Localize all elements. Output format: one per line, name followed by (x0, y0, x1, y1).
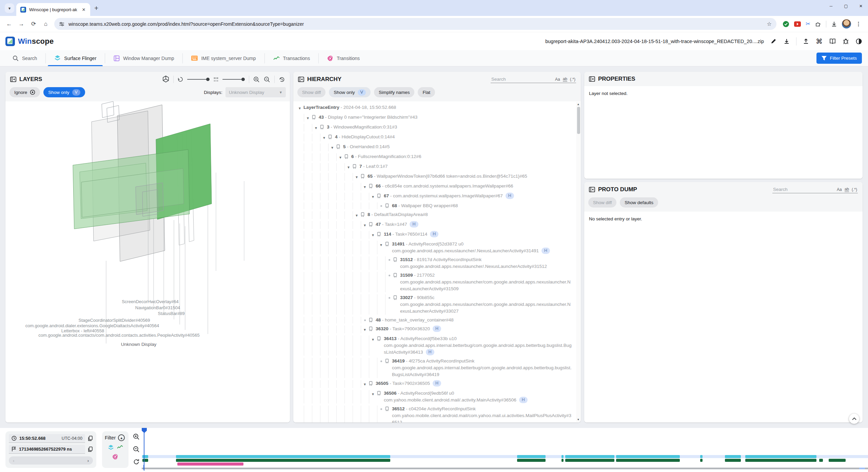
timeline-segment[interactable] (561, 459, 564, 462)
tree-row[interactable]: ▼ 36506 - ActivityRecord{9edb56f u0 com.… (296, 389, 576, 405)
timeline-segment[interactable] (177, 463, 243, 466)
tab-window-manager-dump[interactable]: Window Manager Dump (105, 50, 182, 66)
tree-row[interactable]: ▼ 3 - WindowedMagnification:0:31#3 (296, 123, 576, 133)
layer-rect[interactable] (136, 183, 163, 215)
tree-row[interactable]: ▼ 36419 - 4f275ca ActivityRecordInputSin… (296, 357, 576, 379)
match-word-icon[interactable]: ab (563, 77, 567, 82)
tab-search[interactable]: Search (4, 50, 45, 66)
expand-caret-icon[interactable]: ▼ (361, 380, 369, 388)
extension-scissors-icon[interactable]: ✂ (806, 20, 810, 27)
proto-search-input[interactable] (773, 187, 834, 192)
timeline-scrollbar[interactable] (142, 468, 868, 469)
tab-ime-system-server-dump[interactable]: IME system_server Dump (183, 50, 264, 66)
show-only-chip[interactable]: Show only V (329, 87, 371, 97)
timeline-segment[interactable] (700, 455, 702, 458)
tree-row[interactable]: ▼ 6 - FullscreenMagnification:0:12#6 (296, 152, 576, 162)
tree-row[interactable]: ▼ LayerTraceEntry - 2024-04-18, 15:50:52… (296, 103, 576, 113)
layer-rect[interactable] (102, 101, 114, 118)
expand-caret-icon[interactable]: ▼ (361, 326, 369, 333)
sf-segments-row[interactable] (142, 455, 868, 458)
tab-transitions[interactable]: Transitions (319, 50, 368, 66)
expand-caret-icon[interactable]: ▼ (337, 153, 344, 161)
new-tab-button[interactable]: + (94, 4, 98, 12)
reset-view-icon[interactable] (279, 76, 285, 83)
timeline-segment[interactable] (819, 459, 823, 462)
ignore-chip[interactable]: Ignore (9, 87, 40, 97)
match-case-icon[interactable]: Aa (837, 187, 842, 192)
timeline-segment[interactable] (745, 455, 816, 458)
expand-caret-icon[interactable]: ▼ (353, 211, 360, 219)
timeline-segment[interactable] (700, 459, 702, 462)
timeline-segment[interactable] (517, 459, 546, 462)
3d-view-icon[interactable] (162, 76, 169, 83)
timeline-segment[interactable] (565, 459, 615, 462)
transactions-segments-row[interactable] (142, 459, 868, 462)
download-trace-icon[interactable] (783, 38, 790, 45)
tab-transactions[interactable]: Transactions (265, 50, 319, 66)
edit-file-icon[interactable] (770, 38, 777, 45)
regex-icon[interactable]: (.*) (852, 187, 857, 192)
timeline-reset-zoom-icon[interactable] (133, 458, 140, 465)
timeline-segment[interactable] (565, 455, 615, 458)
transactions-trace-icon[interactable] (117, 445, 123, 451)
dark-mode-icon[interactable] (855, 38, 863, 45)
tree-row[interactable]: ▼ 36505 - Task=7902#36505H (296, 379, 576, 389)
flat-chip[interactable]: Flat (418, 87, 435, 97)
forward-icon[interactable]: → (16, 18, 27, 30)
filter-presets-button[interactable]: Filter Presets (816, 53, 862, 64)
spacing-slider[interactable] (222, 79, 245, 80)
expand-caret-icon[interactable]: ▼ (296, 104, 303, 112)
tree-scroll-thumb[interactable] (577, 107, 580, 134)
profile-avatar[interactable] (842, 19, 851, 28)
expand-caret-icon[interactable]: ▼ (369, 390, 377, 398)
extension-check-icon[interactable] (783, 21, 789, 27)
expand-caret-icon[interactable]: ▼ (369, 231, 377, 239)
expand-caret-icon[interactable]: ▼ (361, 183, 369, 191)
simplify-names-chip[interactable]: Simplify names (374, 87, 415, 97)
window-close-button[interactable]: ✕ (855, 2, 867, 10)
tab-list-chevron-icon[interactable]: ▾ (5, 3, 14, 13)
hierarchy-search[interactable]: Aa ab (.*) (491, 76, 576, 83)
expand-caret-icon[interactable]: ▼ (377, 241, 385, 249)
tree-row[interactable]: ▼ 36320 - Task=7900#36320H (296, 324, 576, 334)
reload-icon[interactable]: ⟳ (28, 18, 39, 30)
transitions-trace-icon[interactable] (112, 454, 118, 460)
tree-row[interactable]: ▼ 47 - Task=1#47H (296, 220, 576, 230)
timeline-segment[interactable] (725, 455, 741, 458)
collapse-filter-icon[interactable]: ▲ (118, 434, 125, 441)
timeline-zoom-in-icon[interactable] (133, 433, 140, 440)
timeline-segment[interactable] (745, 459, 816, 462)
documentation-book-icon[interactable] (829, 38, 836, 45)
tab-surface-flinger[interactable]: Surface Flinger (46, 50, 105, 66)
tree-row[interactable]: ▼ 7 - Leaf:0:1#7 (296, 162, 576, 172)
tree-row[interactable]: ▼ 67 - com.android.systemui.wallpapers.I… (296, 192, 576, 201)
copy-icon[interactable] (88, 436, 93, 441)
browser-tab[interactable]: Winscope | bugreport-ak ✕ (16, 3, 90, 16)
timeline-segment[interactable] (176, 459, 390, 462)
tree-row[interactable]: ▼ 43 - Display 0 name="Integrierter Bild… (296, 113, 576, 123)
expand-caret-icon[interactable]: ▼ (345, 163, 352, 171)
extension-video-icon[interactable] (794, 21, 801, 27)
tree-row[interactable]: ▼ 68 - Wallpaper BBQ wrapper#68 (296, 201, 576, 210)
match-case-icon[interactable]: Aa (555, 77, 560, 82)
zoom-out-icon[interactable] (264, 76, 270, 83)
expand-caret-icon[interactable]: ▼ (361, 221, 369, 229)
tree-row[interactable]: ▼ 66 - c6c854e com.android.systemui.wall… (296, 182, 576, 192)
match-word-icon[interactable]: ab (845, 187, 849, 192)
browser-menu-icon[interactable]: ⋮ (856, 21, 861, 27)
tab-close-icon[interactable]: ✕ (81, 6, 87, 13)
timeline-canvas[interactable] (142, 428, 868, 472)
timeline-segment[interactable] (616, 459, 680, 462)
window-minimize-button[interactable]: ─ (825, 2, 837, 10)
transitions-segments-row[interactable] (142, 463, 868, 466)
timeline-segment[interactable] (616, 455, 680, 458)
tree-row[interactable]: ▼ 31509 - 2177052 com.google.android.app… (296, 271, 576, 293)
hierarchy-search-input[interactable] (491, 77, 552, 82)
timeline-segment[interactable] (517, 455, 546, 458)
timeline-segment[interactable] (561, 455, 564, 458)
expand-caret-icon[interactable]: ▼ (353, 173, 360, 181)
bookmark-star-icon[interactable]: ☆ (767, 21, 771, 27)
zoom-in-icon[interactable] (253, 76, 260, 83)
show-defaults-chip[interactable]: Show defaults (620, 197, 658, 208)
tree-row[interactable]: ▼ 5 - OneHanded:0:14#5 (296, 142, 576, 152)
